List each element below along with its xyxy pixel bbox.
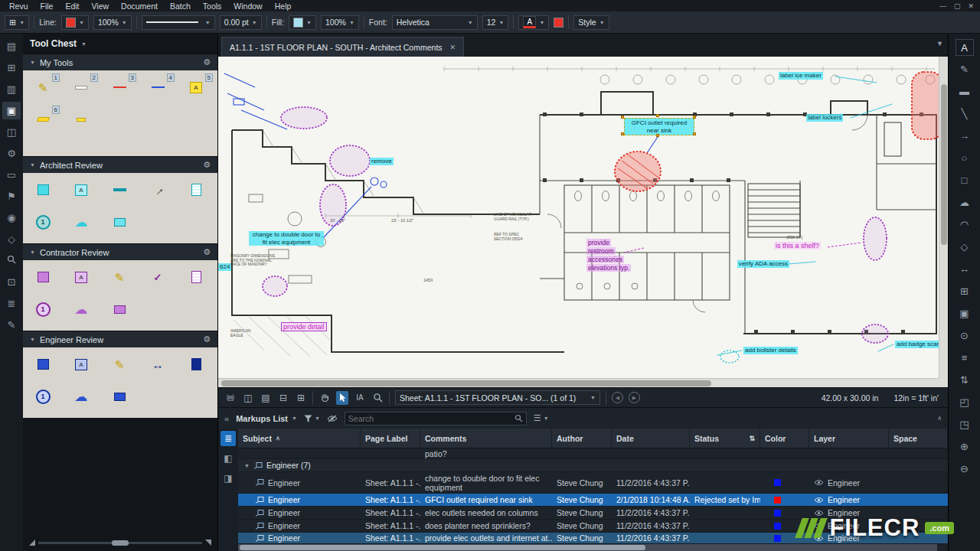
search-input[interactable] bbox=[348, 414, 514, 423]
tool-sticky-cyan[interactable]: A bbox=[68, 178, 94, 201]
measurements-icon[interactable]: ▭ bbox=[2, 166, 21, 184]
menu-window[interactable]: Window bbox=[227, 2, 268, 11]
tool-arrow[interactable]: → bbox=[145, 178, 171, 201]
table-row-partial[interactable]: patio? bbox=[238, 448, 948, 459]
zoom-icon[interactable] bbox=[371, 391, 384, 405]
scrollbar-thumb[interactable] bbox=[941, 84, 947, 245]
markup-bollster[interactable]: add bollster details bbox=[743, 347, 798, 354]
fill-opacity-dropdown[interactable]: 100%▼ bbox=[321, 15, 359, 30]
search-icon[interactable] bbox=[2, 252, 21, 269]
layers-icon[interactable]: ◫ bbox=[2, 123, 21, 141]
markup-624[interactable]: 624 bbox=[218, 263, 231, 271]
group-expand-icon[interactable]: ▼ bbox=[244, 463, 250, 468]
pen-icon[interactable]: ✎ bbox=[956, 61, 974, 78]
line-width-dropdown[interactable]: 0.00 pt▼ bbox=[220, 15, 262, 30]
tool-cloud-cyan[interactable]: ☁ bbox=[68, 210, 94, 233]
markup-restroom-2[interactable]: restroom bbox=[586, 247, 616, 255]
line-style-dropdown[interactable]: ▼ bbox=[142, 15, 215, 30]
markup-label-lockers[interactable]: label lockers bbox=[806, 114, 843, 122]
more-tools-icon[interactable]: ≡ bbox=[956, 350, 974, 367]
tool-pencil-yellow[interactable]: ✎ bbox=[106, 353, 132, 376]
list-options-icon[interactable]: ☰▼ bbox=[534, 413, 549, 423]
table-row-selected[interactable]: Engineer Sheet: A1.1.1 -... GFCI outlet … bbox=[238, 494, 948, 507]
selection-handle[interactable] bbox=[693, 116, 696, 119]
markup-shelf[interactable]: is this a shelf? bbox=[774, 242, 821, 249]
sync-views-icon[interactable]: ⊞ bbox=[295, 391, 307, 405]
slider-min-handle[interactable] bbox=[29, 540, 35, 546]
highlighter-icon[interactable]: ▬ bbox=[956, 83, 974, 100]
collapse-panel-icon[interactable]: « bbox=[224, 414, 229, 423]
eye-icon[interactable] bbox=[814, 479, 824, 486]
tool-count-blue[interactable]: 1 bbox=[30, 385, 56, 408]
color-swatch[interactable] bbox=[774, 479, 781, 486]
tool-doc-cyan[interactable] bbox=[183, 178, 209, 201]
tool-chest-icon[interactable]: ▣ bbox=[2, 102, 21, 119]
section-header-my-tools[interactable]: ▼ My Tools ⚙ bbox=[23, 54, 217, 70]
table-row[interactable]: Engineer Sheet: A1.1.1 -... change to do… bbox=[238, 472, 948, 494]
tool-callout-purple[interactable] bbox=[106, 298, 132, 321]
column-status[interactable]: Status⇅ bbox=[690, 429, 760, 448]
canvas-horizontal-scrollbar[interactable] bbox=[218, 378, 939, 387]
fit-page-icon[interactable]: ◳ bbox=[956, 416, 974, 433]
tool-doc-purple[interactable] bbox=[183, 266, 209, 289]
tool-red-pen[interactable]: 3 bbox=[106, 76, 132, 99]
settings-icon[interactable]: ⚙ bbox=[2, 145, 21, 162]
markup-double-door[interactable]: change to double door to fit elec equipm… bbox=[249, 231, 324, 246]
previous-markup-icon[interactable]: ◧ bbox=[220, 451, 236, 466]
bookmarks-icon[interactable]: ▥ bbox=[2, 80, 21, 98]
tool-sticky-blue[interactable]: A bbox=[68, 353, 94, 376]
fit-width-icon[interactable]: ◰ bbox=[956, 394, 974, 411]
menu-batch[interactable]: Batch bbox=[164, 2, 197, 11]
search-icon[interactable] bbox=[514, 414, 523, 422]
color-swatch[interactable] bbox=[774, 535, 781, 542]
panel-zoom-slider[interactable] bbox=[29, 539, 211, 546]
menu-file[interactable]: File bbox=[34, 2, 60, 11]
tool-check-purple[interactable]: ✓ bbox=[145, 266, 171, 289]
column-layer[interactable]: Layer bbox=[809, 429, 889, 448]
tool-count-cyan[interactable]: 1 bbox=[30, 210, 56, 233]
gear-icon[interactable]: ⚙ bbox=[203, 57, 211, 67]
tool-note-purple[interactable] bbox=[30, 266, 56, 289]
text-color-swatch[interactable] bbox=[554, 18, 564, 28]
tool-pencil-yellow[interactable]: ✎ bbox=[106, 266, 132, 289]
tool-highlighter[interactable]: 6 bbox=[30, 108, 56, 131]
view-back-icon[interactable]: ◀ bbox=[612, 392, 623, 403]
column-color[interactable]: Color bbox=[760, 429, 809, 448]
column-page-label[interactable]: Page Label bbox=[361, 429, 420, 448]
image-icon[interactable]: ▣ bbox=[956, 305, 974, 322]
column-space[interactable]: Space bbox=[889, 429, 948, 448]
markup-provide-detail[interactable]: provide detail bbox=[281, 322, 327, 331]
canvas-vertical-scrollbar[interactable] bbox=[939, 57, 948, 378]
last-page-icon[interactable]: ▶| bbox=[224, 391, 237, 405]
font-dropdown[interactable]: Helvetica▼ bbox=[392, 15, 478, 30]
thumbnails-icon[interactable]: ⊞ bbox=[2, 59, 21, 77]
tool-pencil[interactable]: ✎1 bbox=[30, 76, 56, 99]
color-swatch[interactable] bbox=[774, 497, 781, 504]
color-swatch[interactable] bbox=[774, 523, 781, 530]
sheet-dropdown[interactable]: Sheet: A1.1.1 - 1ST FLOOR PLAN - SO... (… bbox=[395, 390, 600, 405]
markups-list-menu[interactable]: Markups List▼ bbox=[236, 414, 297, 423]
fill-color-picker[interactable]: ▼ bbox=[289, 15, 316, 30]
flags-icon[interactable]: ⚑ bbox=[2, 187, 21, 205]
gear-icon[interactable]: ⚙ bbox=[203, 247, 211, 257]
ellipse-icon[interactable]: ○ bbox=[956, 150, 974, 167]
menu-edit[interactable]: Edit bbox=[59, 2, 85, 11]
split-view-icon[interactable]: ⊟ bbox=[277, 391, 289, 405]
tool-blue-line[interactable]: 4 bbox=[145, 76, 171, 99]
selection-handle[interactable] bbox=[656, 134, 659, 137]
markups-horizontal-scrollbar[interactable] bbox=[238, 544, 937, 551]
markup-restroom-1[interactable]: provide bbox=[586, 239, 611, 246]
eye-icon[interactable] bbox=[814, 497, 824, 504]
markup-gfci-selected[interactable]: GFCI outlet required near sink bbox=[624, 118, 694, 135]
tool-yellow-bar[interactable] bbox=[68, 108, 94, 131]
markup-remove[interactable]: remove bbox=[370, 158, 394, 165]
line-opacity-dropdown[interactable]: 100%▼ bbox=[93, 15, 132, 30]
section-header-contractor-review[interactable]: ▼ Contractor Review ⚙ bbox=[23, 243, 217, 260]
slider-max-handle[interactable] bbox=[205, 540, 211, 546]
pan-hand-icon[interactable] bbox=[318, 391, 331, 405]
selection-handle[interactable] bbox=[693, 132, 696, 135]
tool-text-note[interactable]: A5 bbox=[183, 76, 209, 99]
group-row-engineer[interactable]: ▼ Engineer (7) bbox=[238, 459, 948, 472]
dimension-icon[interactable]: ↔ bbox=[956, 261, 974, 278]
tool-eraser-line[interactable]: 2 bbox=[68, 76, 94, 99]
